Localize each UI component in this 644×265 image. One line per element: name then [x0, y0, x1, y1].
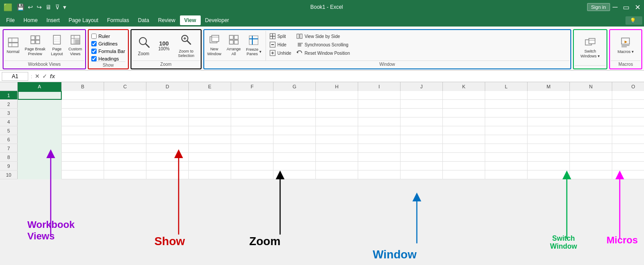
- cell-F3[interactable]: [231, 109, 273, 117]
- gridlines-check[interactable]: Gridlines: [91, 41, 125, 46]
- cell-O2[interactable]: [612, 100, 644, 109]
- row-num-4[interactable]: 4: [0, 117, 18, 126]
- zoom-selection-btn[interactable]: Zoom toSelection: [175, 32, 198, 60]
- cell-M3[interactable]: [528, 109, 570, 117]
- col-header-k[interactable]: K: [443, 82, 485, 91]
- menu-insert[interactable]: Insert: [42, 15, 64, 25]
- synchronous-scrolling-btn[interactable]: Synchronous Scrolling: [296, 41, 351, 48]
- col-header-j[interactable]: J: [401, 82, 443, 91]
- cell-L2[interactable]: [485, 100, 528, 109]
- cell-H7[interactable]: [316, 144, 358, 153]
- menu-page-layout[interactable]: Page Layout: [64, 15, 102, 25]
- cell-A7[interactable]: [18, 144, 62, 153]
- cell-M6[interactable]: [528, 135, 570, 144]
- cell-D6[interactable]: [146, 135, 189, 144]
- menu-home[interactable]: Home: [19, 15, 42, 25]
- normal-view-btn[interactable]: Normal: [4, 37, 22, 55]
- cell-A10[interactable]: [18, 170, 62, 179]
- restore-btn[interactable]: ▭: [623, 3, 629, 11]
- cell-K2[interactable]: [443, 100, 485, 109]
- arrange-all-btn[interactable]: ArrangeAll: [225, 34, 243, 57]
- cell-C4[interactable]: [104, 117, 146, 126]
- cell-F10[interactable]: [231, 170, 273, 179]
- cell-E5[interactable]: [189, 126, 231, 135]
- cell-I3[interactable]: [358, 109, 401, 117]
- cell-E4[interactable]: [189, 117, 231, 126]
- switch-windows-btn[interactable]: SwitchWindows ▾: [578, 37, 602, 60]
- cell-L10[interactable]: [485, 170, 528, 179]
- cell-E7[interactable]: [189, 144, 231, 153]
- cell-G6[interactable]: [273, 135, 316, 144]
- cell-A2[interactable]: [18, 100, 62, 109]
- cell-G4[interactable]: [273, 117, 316, 126]
- cell-N7[interactable]: [570, 144, 612, 153]
- cell-B5[interactable]: [62, 126, 104, 135]
- cell-E2[interactable]: [189, 100, 231, 109]
- insert-function-icon[interactable]: fx: [50, 73, 55, 80]
- hide-btn[interactable]: Hide: [269, 41, 292, 48]
- menu-review[interactable]: Review: [154, 15, 180, 25]
- cell-G3[interactable]: [273, 109, 316, 117]
- cell-M9[interactable]: [528, 162, 570, 170]
- signin-button[interactable]: Sign in: [587, 3, 610, 11]
- cell-J8[interactable]: [401, 153, 443, 162]
- filter-quick-btn[interactable]: ⊽: [55, 4, 60, 11]
- cell-A5[interactable]: [18, 126, 62, 135]
- cell-O1[interactable]: [612, 91, 644, 100]
- cell-reference-box[interactable]: [2, 72, 28, 81]
- col-header-h[interactable]: H: [316, 82, 358, 91]
- cell-N8[interactable]: [570, 153, 612, 162]
- cell-B9[interactable]: [62, 162, 104, 170]
- view-side-by-side-btn[interactable]: View Side by Side: [296, 33, 351, 40]
- cell-L4[interactable]: [485, 117, 528, 126]
- cell-F8[interactable]: [231, 153, 273, 162]
- cell-H5[interactable]: [316, 126, 358, 135]
- cell-G2[interactable]: [273, 100, 316, 109]
- cell-A8[interactable]: [18, 153, 62, 162]
- cell-I8[interactable]: [358, 153, 401, 162]
- col-header-d[interactable]: D: [146, 82, 189, 91]
- new-window-btn[interactable]: NewWindow: [205, 34, 224, 57]
- cell-C7[interactable]: [104, 144, 146, 153]
- split-btn[interactable]: Split: [269, 33, 292, 40]
- menu-formulas[interactable]: Formulas: [103, 15, 134, 25]
- more-quick-btn[interactable]: ▾: [63, 4, 66, 11]
- cell-A4[interactable]: [18, 117, 62, 126]
- cell-O6[interactable]: [612, 135, 644, 144]
- col-header-b[interactable]: B: [62, 82, 104, 91]
- unhide-btn[interactable]: Unhide: [269, 49, 292, 57]
- page-break-view-btn[interactable]: Page BreakPreview: [22, 34, 48, 57]
- cell-K4[interactable]: [443, 117, 485, 126]
- col-header-l[interactable]: L: [485, 82, 528, 91]
- cell-O9[interactable]: [612, 162, 644, 170]
- col-header-c[interactable]: C: [104, 82, 146, 91]
- cell-N6[interactable]: [570, 135, 612, 144]
- cell-D1[interactable]: [146, 91, 189, 100]
- cell-F1[interactable]: [231, 91, 273, 100]
- cell-G10[interactable]: [273, 170, 316, 179]
- cell-C3[interactable]: [104, 109, 146, 117]
- cell-I4[interactable]: [358, 117, 401, 126]
- macros-btn[interactable]: Macros ▾: [615, 36, 636, 55]
- cell-J7[interactable]: [401, 144, 443, 153]
- cell-M1[interactable]: [528, 91, 570, 100]
- cell-L7[interactable]: [485, 144, 528, 153]
- cell-M8[interactable]: [528, 153, 570, 162]
- cell-B8[interactable]: [62, 153, 104, 162]
- cell-E3[interactable]: [189, 109, 231, 117]
- cell-N2[interactable]: [570, 100, 612, 109]
- formula-input[interactable]: [57, 73, 642, 80]
- cell-K8[interactable]: [443, 153, 485, 162]
- switch-windows-btn-area[interactable]: SwitchWindows ▾: [575, 31, 606, 65]
- row-num-9[interactable]: 9: [0, 162, 18, 170]
- reset-window-position-btn[interactable]: Reset Window Position: [296, 49, 351, 57]
- cell-N5[interactable]: [570, 126, 612, 135]
- cell-J6[interactable]: [401, 135, 443, 144]
- cell-H4[interactable]: [316, 117, 358, 126]
- cell-J1[interactable]: [401, 91, 443, 100]
- undo-quick-btn[interactable]: ↩: [28, 4, 33, 11]
- cell-D3[interactable]: [146, 109, 189, 117]
- cell-N4[interactable]: [570, 117, 612, 126]
- cell-B7[interactable]: [62, 144, 104, 153]
- cell-I9[interactable]: [358, 162, 401, 170]
